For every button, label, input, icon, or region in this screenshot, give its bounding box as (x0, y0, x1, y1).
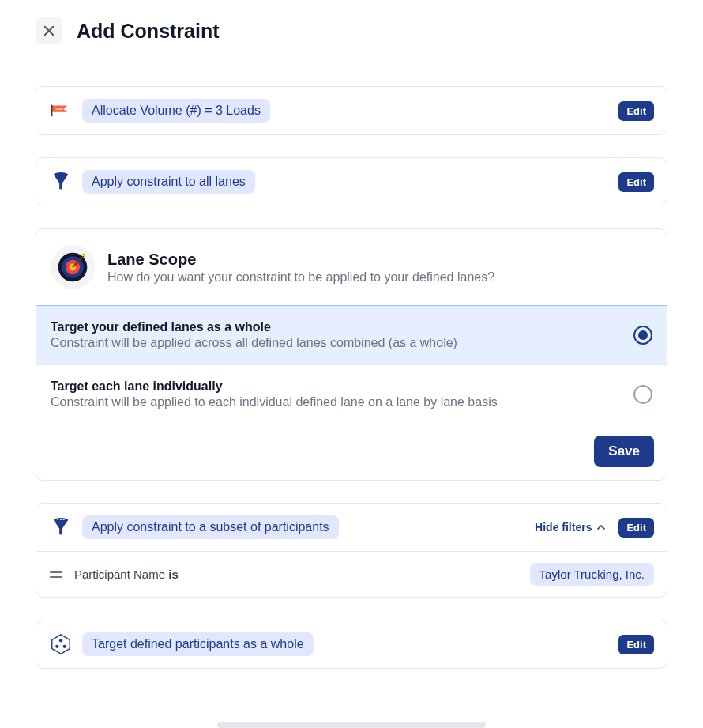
close-icon (42, 24, 56, 38)
lane-scope-title: Lane Scope (107, 251, 494, 269)
edit-participants-button[interactable]: Edit (618, 518, 654, 538)
participant-scope-badge: Target defined participants as a whole (82, 632, 314, 656)
chevron-up-icon (595, 521, 607, 534)
option-text: Target each lane individually Constraint… (51, 379, 633, 409)
lane-scope-card: Lane Scope How do you want your constrai… (36, 228, 667, 481)
funnel-icon (49, 172, 73, 192)
edit-participant-scope-button[interactable]: Edit (618, 635, 654, 654)
card-row: Apply constraint to all lanes Edit (36, 158, 667, 206)
svg-point-13 (57, 519, 58, 520)
svg-point-15 (63, 519, 65, 520)
radio-selected[interactable] (633, 326, 652, 345)
filter-operator: is (168, 568, 179, 581)
save-button[interactable]: Save (594, 436, 654, 467)
hide-filters-toggle[interactable]: Hide filters (535, 521, 607, 534)
lane-scope-text: Lane Scope How do you want your constrai… (107, 251, 494, 285)
scope-option-whole[interactable]: Target your defined lanes as a whole Con… (36, 305, 667, 364)
participants-summary-card: Apply constraint to a subset of particip… (36, 503, 667, 598)
participants-badge: Apply constraint to a subset of particip… (82, 515, 339, 539)
svg-text:GOAL: GOAL (56, 108, 63, 111)
edit-lanes-button[interactable]: Edit (618, 172, 654, 192)
svg-point-20 (55, 645, 58, 648)
lanes-summary-card: Apply constraint to all lanes Edit (36, 157, 667, 206)
scope-option-individual[interactable]: Target each lane individually Constraint… (36, 364, 667, 424)
option-subtitle: Constraint will be applied to each indiv… (51, 395, 633, 409)
hide-filters-label: Hide filters (535, 521, 592, 534)
scrollbar-thumb[interactable] (217, 722, 486, 728)
allocate-volume-badge: Allocate Volume (#) = 3 Loads (82, 99, 270, 123)
dialog-header: Add Constraint (0, 0, 703, 62)
svg-point-19 (59, 639, 62, 642)
filter-clause: Participant Name is (74, 568, 179, 581)
dialog-content: GOAL Allocate Volume (#) = 3 Loads Edit (0, 62, 703, 669)
filter-value-chip: Taylor Trucking, Inc. (530, 563, 654, 586)
card-row: Target defined participants as a whole E… (36, 620, 667, 668)
participant-filter-row: Participant Name is Taylor Trucking, Inc… (36, 551, 667, 597)
save-row: Save (36, 424, 667, 480)
lane-scope-subtitle: How do you want your constraint to be ap… (107, 270, 494, 285)
option-text: Target your defined lanes as a whole Con… (51, 320, 633, 350)
people-group-icon (49, 633, 73, 655)
add-constraint-dialog: Add Constraint GOAL Allocate Volume (#) … (0, 0, 703, 728)
option-title: Target your defined lanes as a whole (51, 320, 633, 334)
option-subtitle: Constraint will be applied across all de… (51, 336, 633, 350)
goal-flag-icon: GOAL (49, 103, 73, 119)
target-icon (51, 245, 95, 289)
lane-scope-header: Lane Scope How do you want your constrai… (36, 229, 667, 305)
close-button[interactable] (36, 17, 62, 44)
participant-scope-summary-card: Target defined participants as a whole E… (36, 620, 667, 669)
card-row: GOAL Allocate Volume (#) = 3 Loads Edit (36, 87, 667, 134)
card-row: Apply constraint to a subset of particip… (36, 504, 667, 551)
lanes-badge: Apply constraint to all lanes (82, 170, 255, 194)
svg-point-14 (60, 519, 62, 520)
filter-field: Participant Name (74, 568, 165, 581)
svg-marker-18 (52, 635, 70, 654)
allocate-volume-summary-card: GOAL Allocate Volume (#) = 3 Loads Edit (36, 86, 667, 135)
dialog-title: Add Constraint (77, 20, 220, 43)
filter-lines-icon (49, 569, 63, 580)
option-title: Target each lane individually (51, 379, 633, 394)
radio-unselected[interactable] (633, 385, 652, 404)
funnel-people-icon (49, 517, 73, 538)
edit-allocate-volume-button[interactable]: Edit (618, 101, 654, 121)
svg-point-21 (63, 645, 66, 648)
